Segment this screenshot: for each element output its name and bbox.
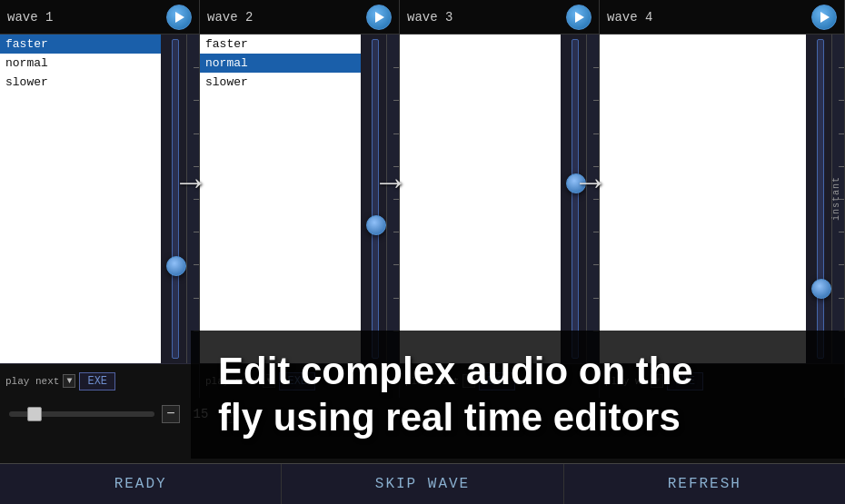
- wave-2-play-button[interactable]: [366, 5, 392, 30]
- overlay-text-panel: Edit complex audio on the fly using real…: [191, 331, 845, 459]
- list-item[interactable]: faster: [200, 35, 361, 54]
- wave-4-title: wave 4: [607, 10, 811, 25]
- list-item[interactable]: normal: [200, 54, 361, 73]
- wave-1-controls: play next ▼ EXE: [0, 364, 200, 398]
- wave-1-mode-label: play next: [5, 376, 59, 387]
- wave-3-play-button[interactable]: [566, 5, 592, 30]
- wave-1-exe-button[interactable]: EXE: [79, 372, 115, 390]
- wave-3-list: [400, 35, 561, 363]
- refresh-button[interactable]: REFRESH: [564, 464, 845, 504]
- volume-minus-button[interactable]: −: [162, 405, 180, 423]
- wave-1-list-box: faster normal slower: [0, 35, 161, 363]
- overlay-text-line1: Edit complex audio on the: [218, 350, 693, 392]
- list-item[interactable]: slower: [200, 73, 361, 92]
- wave-4-list: [600, 35, 806, 363]
- ready-button[interactable]: READY: [0, 464, 282, 504]
- list-item[interactable]: normal: [0, 54, 161, 73]
- volume-slider-thumb[interactable]: [27, 407, 42, 421]
- wave-3-inner: [400, 35, 599, 363]
- wave-3-title: wave 3: [407, 10, 566, 25]
- wave-2-header: wave 2: [200, 0, 399, 35]
- wave-1-fader-knob[interactable]: [166, 256, 186, 276]
- wave-2-list: faster normal slower: [200, 35, 361, 363]
- wave-panel-3: wave 3: [400, 0, 600, 363]
- wave-1-list: faster normal slower: [0, 35, 161, 363]
- wave-3-header: wave 3: [400, 0, 599, 35]
- overlay-text-content: Edit complex audio on the fly using real…: [218, 349, 818, 440]
- wave-2-inner: faster normal slower: [200, 35, 399, 363]
- wave-2-title: wave 2: [207, 10, 366, 25]
- list-item[interactable]: faster: [0, 35, 161, 54]
- wave-4-inner: instant: [600, 35, 844, 363]
- wave-panel-4: wave 4: [600, 0, 845, 363]
- wave-4-list-box: [600, 35, 806, 363]
- wave-1-header: wave 1: [0, 0, 199, 35]
- overlay-text-line2: fly using real time editors: [218, 396, 681, 439]
- arrow-1: →: [180, 163, 202, 204]
- wave-1-dropdown-arrow[interactable]: ▼: [63, 374, 75, 388]
- bottom-bar: READY SKIP WAVE REFRESH: [0, 463, 845, 504]
- wave-1-play-button[interactable]: [166, 5, 192, 30]
- wave-4-play-button[interactable]: [811, 5, 837, 30]
- list-item[interactable]: slower: [0, 73, 161, 92]
- wave-4-header: wave 4: [600, 0, 844, 35]
- wave-2-fader-knob[interactable]: [366, 215, 386, 235]
- skip-wave-button[interactable]: SKIP WAVE: [282, 464, 563, 504]
- wave-3-list-box: [400, 35, 561, 363]
- wave-1-title: wave 1: [7, 10, 166, 25]
- arrow-3: →: [580, 163, 601, 204]
- instant-label-text: instant: [831, 176, 841, 221]
- wave-2-fader-track[interactable]: [372, 39, 379, 359]
- wave-2-list-box: faster normal slower: [200, 35, 361, 363]
- wave-1-fader-track[interactable]: [172, 39, 179, 359]
- arrow-2: →: [380, 163, 402, 204]
- instant-label-container: instant: [828, 35, 844, 363]
- top-section: wave 1 faster normal slower: [0, 0, 845, 363]
- wave-4-fader-track[interactable]: [817, 39, 824, 359]
- wave-3-fader-track[interactable]: [572, 39, 579, 359]
- wave-panel-1: wave 1 faster normal slower: [0, 0, 200, 363]
- volume-slider-track[interactable]: [9, 411, 154, 417]
- wave-panel-2: wave 2 faster normal slower: [200, 0, 400, 363]
- wave-1-inner: faster normal slower: [0, 35, 199, 363]
- app-container: wave 1 faster normal slower: [0, 0, 845, 430]
